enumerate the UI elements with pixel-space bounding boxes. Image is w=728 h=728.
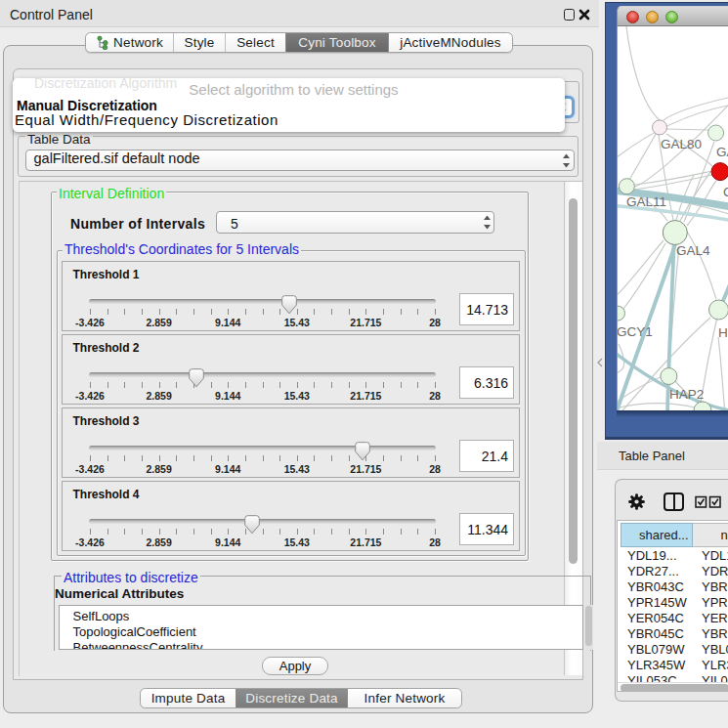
svg-text:GAL80: GAL80 [661, 137, 702, 151]
svg-text:HAP2: HAP2 [669, 387, 704, 402]
svg-text:C: C [723, 185, 728, 199]
svg-text:H: H [718, 325, 728, 340]
svg-text:GCY1: GCY1 [618, 324, 653, 339]
svg-text:GAL4: GAL4 [676, 243, 710, 258]
svg-text:GAL11: GAL11 [626, 194, 666, 209]
svg-text:GA: GA [716, 145, 728, 159]
